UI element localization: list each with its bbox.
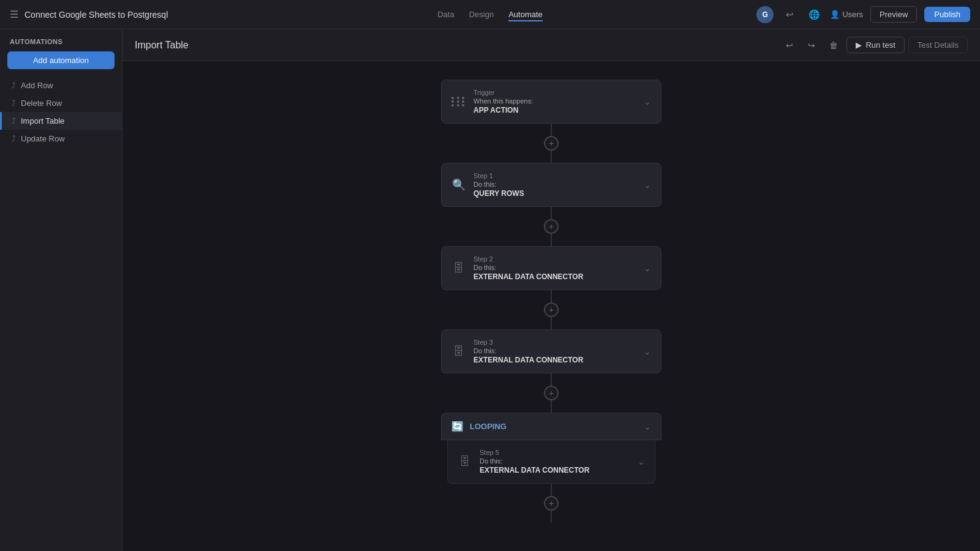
header-actions: ↩ ↪ 🗑 ▶ Run test Test Details — [780, 36, 968, 54]
add-step-button-4[interactable]: + — [544, 386, 559, 400]
connector-1: + — [544, 124, 559, 163]
step-3-label: Step 3 — [473, 339, 636, 346]
connector-line — [551, 207, 552, 219]
nav-center: Data Design Automate — [437, 7, 543, 21]
add-step-button-2[interactable]: + — [544, 219, 559, 234]
connector-4: + — [544, 373, 559, 413]
undo-icon[interactable]: ↩ — [781, 6, 798, 23]
step-card-2[interactable]: 🗄 Step 2 Do this: EXTERNAL DATA CONNECTO… — [441, 246, 662, 290]
search-icon: 🔍 — [451, 178, 466, 192]
looping-inner-content: 🗄 Step 5 Do this: EXTERNAL DATA CONNECTO… — [447, 440, 655, 484]
sidebar-item-delete-row[interactable]: ⤴ Delete Row — [0, 94, 122, 112]
sidebar-item-import-table[interactable]: ⤴ Import Table — [0, 112, 122, 130]
connector-line — [551, 124, 552, 136]
redo-button[interactable]: ↪ — [802, 36, 821, 54]
step-2-action: EXTERNAL DATA CONNECTOR — [473, 272, 636, 281]
nav-left: ☰ Connect Google Sheets to Postgresql — [10, 9, 430, 20]
connector-3: + — [544, 290, 559, 329]
delete-button[interactable]: 🗑 — [824, 36, 843, 54]
run-test-label: Run test — [865, 40, 895, 50]
database-icon-3: 🗄 — [458, 455, 472, 468]
workflow-canvas: Trigger When this happens: APP ACTION ⌄ … — [123, 61, 980, 551]
trigger-info: Trigger When this happens: APP ACTION — [473, 89, 636, 114]
step-3-action: EXTERNAL DATA CONNECTOR — [473, 356, 636, 364]
preview-button[interactable]: Preview — [870, 6, 917, 23]
trigger-action: APP ACTION — [473, 106, 636, 114]
sidebar-item-update-row[interactable]: ⤴ Update Row — [0, 130, 122, 148]
add-automation-button[interactable]: Add automation — [7, 51, 115, 69]
step-2-chevron-icon: ⌄ — [644, 263, 651, 273]
sidebar-item-label: Import Table — [21, 116, 64, 126]
sidebar-item-label: Update Row — [21, 134, 65, 143]
connector-line — [551, 511, 552, 523]
add-step-button-5[interactable]: + — [544, 496, 559, 511]
loop-label: LOOPING — [470, 422, 638, 431]
step-5-card[interactable]: 🗄 Step 5 Do this: EXTERNAL DATA CONNECTO… — [448, 440, 655, 483]
database-icon-2: 🗄 — [451, 345, 466, 358]
connector-line — [551, 373, 552, 386]
looping-block: 🔄 LOOPING ⌄ 🗄 Step 5 Do this: EXTERNAL D… — [441, 413, 662, 484]
users-button[interactable]: 👤 Users — [830, 10, 863, 19]
step-5-sublabel: Do this: — [480, 457, 630, 465]
tab-automate[interactable]: Automate — [508, 7, 543, 21]
sidebar-item-add-row[interactable]: ⤴ Add Row — [0, 77, 122, 94]
step-5-chevron-icon: ⌄ — [638, 457, 645, 467]
trigger-card[interactable]: Trigger When this happens: APP ACTION ⌄ — [441, 80, 662, 124]
tab-data[interactable]: Data — [437, 7, 454, 21]
looping-card[interactable]: 🔄 LOOPING ⌄ — [441, 413, 662, 440]
step-3-info: Step 3 Do this: EXTERNAL DATA CONNECTOR — [473, 339, 636, 364]
connector-line — [551, 317, 552, 329]
content-area: Import Table ↩ ↪ 🗑 ▶ Run test Test Detai… — [123, 29, 980, 551]
step-1-sublabel: Do this: — [473, 181, 636, 188]
step-2-label: Step 2 — [473, 255, 636, 263]
content-header: Import Table ↩ ↪ 🗑 ▶ Run test Test Detai… — [123, 29, 980, 61]
tab-design[interactable]: Design — [469, 7, 494, 21]
trigger-label: Trigger — [473, 89, 636, 96]
step-2-sublabel: Do this: — [473, 264, 636, 271]
test-details-button[interactable]: Test Details — [908, 37, 968, 53]
connector-line — [551, 234, 552, 246]
step-card-1[interactable]: 🔍 Step 1 Do this: QUERY ROWS ⌄ — [441, 163, 662, 207]
trigger-grid-icon — [451, 97, 466, 107]
sidebar-item-label: Add Row — [21, 81, 53, 90]
share-icon: ⤴ — [12, 81, 16, 90]
database-icon: 🗄 — [451, 262, 466, 275]
sidebar: Automations Add automation ⤴ Add Row ⤴ D… — [0, 29, 123, 551]
undo-button[interactable]: ↩ — [780, 36, 799, 54]
step-1-action: QUERY ROWS — [473, 189, 636, 198]
step-2-info: Step 2 Do this: EXTERNAL DATA CONNECTOR — [473, 255, 636, 281]
run-test-button[interactable]: ▶ Run test — [846, 37, 904, 53]
users-icon: 👤 — [830, 10, 840, 19]
play-icon: ▶ — [856, 40, 862, 50]
hamburger-icon[interactable]: ☰ — [10, 9, 18, 20]
step-5-action: EXTERNAL DATA CONNECTOR — [480, 466, 630, 474]
app-title: Connect Google Sheets to Postgresql — [24, 10, 168, 20]
connector-2: + — [544, 207, 559, 246]
import-icon: ⤴ — [12, 116, 16, 126]
add-step-button-1[interactable]: + — [544, 136, 559, 151]
step-1-info: Step 1 Do this: QUERY ROWS — [473, 172, 636, 198]
connector-line — [551, 400, 552, 413]
globe-icon[interactable]: 🌐 — [805, 6, 823, 23]
step-card-3[interactable]: 🗄 Step 3 Do this: EXTERNAL DATA CONNECTO… — [441, 329, 662, 373]
publish-button[interactable]: Publish — [924, 7, 970, 22]
trigger-sublabel: When this happens: — [473, 97, 636, 105]
connector-5: + — [544, 484, 559, 523]
add-step-button-3[interactable]: + — [544, 302, 559, 317]
sidebar-header: Automations — [0, 29, 122, 51]
top-navigation: ☰ Connect Google Sheets to Postgresql Da… — [0, 0, 980, 29]
step-1-chevron-icon: ⌄ — [644, 180, 651, 190]
step-3-sublabel: Do this: — [473, 347, 636, 354]
step-3-chevron-icon: ⌄ — [644, 347, 651, 356]
avatar[interactable]: G — [756, 6, 774, 23]
step-5-label: Step 5 — [480, 449, 630, 456]
update-icon: ⤴ — [12, 134, 16, 143]
looping-chevron-icon: ⌄ — [644, 422, 651, 432]
users-label: Users — [842, 10, 863, 19]
page-title: Import Table — [135, 40, 773, 51]
loop-icon: 🔄 — [451, 421, 464, 432]
main-layout: Automations Add automation ⤴ Add Row ⤴ D… — [0, 29, 980, 551]
trigger-chevron-icon: ⌄ — [644, 97, 651, 107]
sidebar-item-label: Delete Row — [21, 99, 62, 108]
connector-line — [551, 290, 552, 302]
